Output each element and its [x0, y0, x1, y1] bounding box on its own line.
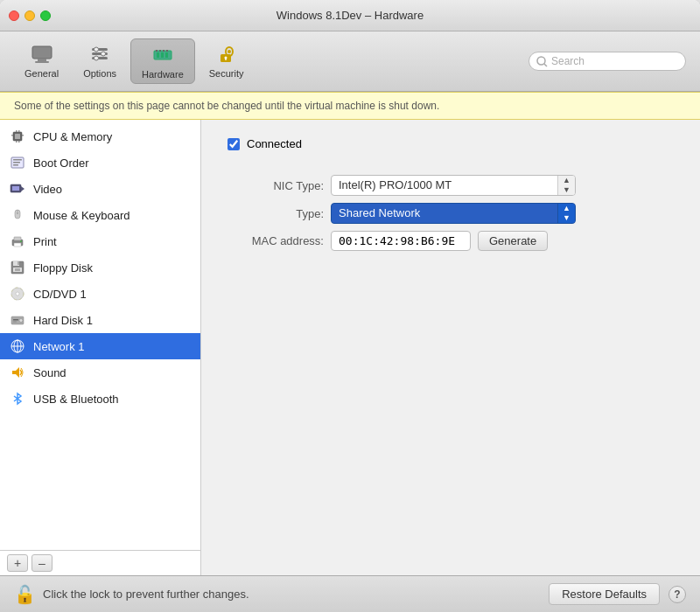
type-label: Type:: [228, 207, 324, 220]
svg-rect-0: [32, 46, 52, 59]
sidebar-item-floppy[interactable]: Floppy Disk: [0, 254, 200, 281]
help-button[interactable]: ?: [668, 586, 686, 603]
cddvd-icon: [9, 285, 26, 303]
bottom-bar: 🔓 Click the lock to prevent further chan…: [0, 575, 700, 612]
svg-rect-26: [11, 135, 13, 136]
add-item-button[interactable]: +: [7, 554, 28, 572]
close-button[interactable]: [9, 10, 19, 21]
mac-label: MAC address:: [228, 234, 324, 247]
network1-icon: [9, 337, 26, 355]
harddisk-icon: [9, 311, 26, 329]
sidebar-item-sound[interactable]: Sound: [0, 359, 200, 386]
sidebar-label-cpu-memory: CPU & Memory: [33, 130, 112, 143]
sidebar-item-print[interactable]: Print: [0, 228, 200, 254]
svg-rect-50: [15, 268, 20, 271]
sidebar-item-harddisk[interactable]: Hard Disk 1: [0, 307, 200, 333]
svg-rect-57: [13, 322, 17, 323]
mac-address-input[interactable]: [331, 231, 471, 251]
sidebar-item-network1[interactable]: Network 1: [0, 333, 200, 359]
svg-marker-63: [14, 393, 21, 404]
tab-security-label: Security: [209, 68, 244, 79]
svg-rect-27: [22, 135, 24, 136]
svg-rect-13: [156, 50, 158, 52]
sidebar-item-boot-order[interactable]: Boot Order: [0, 150, 200, 176]
mac-row: MAC address: Generate: [228, 231, 674, 251]
general-icon: [30, 42, 54, 66]
toolbar: General Options: [0, 31, 700, 92]
sidebar-item-usb-bluetooth[interactable]: USB & Bluetooth: [0, 386, 200, 412]
svg-point-55: [19, 319, 23, 323]
warning-text: Some of the settings on this page cannot…: [14, 100, 439, 112]
sidebar-list: CPU & Memory Boot Order: [0, 120, 200, 550]
type-up[interactable]: ▲: [558, 204, 575, 213]
minimize-button[interactable]: [24, 10, 35, 21]
tab-general[interactable]: General: [14, 38, 69, 84]
remove-item-button[interactable]: –: [32, 554, 52, 572]
svg-rect-2: [35, 61, 49, 63]
svg-line-23: [544, 64, 547, 66]
svg-point-8: [94, 56, 99, 60]
security-icon: [214, 42, 239, 66]
lock-area: 🔓 Click the lock to prevent further chan…: [14, 584, 249, 605]
svg-rect-16: [166, 50, 168, 52]
sidebar-label-network1: Network 1: [33, 340, 85, 353]
connected-row: Connected: [228, 137, 674, 150]
nic-type-select-wrapper: Intel(R) PRO/1000 MT ▲ ▼: [331, 175, 576, 196]
main-window: Windows 8.1Dev – Hardware General: [0, 0, 700, 612]
boot-order-icon: [9, 154, 26, 171]
sound-icon: [9, 364, 26, 381]
search-input[interactable]: [551, 55, 674, 67]
svg-rect-10: [157, 52, 159, 58]
svg-rect-56: [13, 319, 18, 321]
svg-rect-14: [159, 50, 161, 52]
svg-point-18: [228, 50, 231, 53]
tab-options-label: Options: [83, 68, 116, 79]
type-row: Type: Shared Network ▲ ▼: [228, 203, 674, 224]
svg-rect-1: [38, 59, 46, 61]
sidebar-label-usb-bluetooth: USB & Bluetooth: [33, 393, 119, 406]
tab-options[interactable]: Options: [73, 38, 127, 84]
svg-point-22: [537, 57, 545, 65]
maximize-button[interactable]: [40, 10, 51, 21]
connected-checkbox[interactable]: [228, 138, 240, 150]
nic-type-down[interactable]: ▼: [558, 185, 575, 195]
svg-rect-21: [225, 58, 227, 60]
svg-rect-28: [16, 130, 18, 132]
nic-type-up[interactable]: ▲: [558, 176, 575, 185]
connected-label[interactable]: Connected: [247, 137, 302, 150]
sidebar-item-mouse-keyboard[interactable]: Mouse & Keyboard: [0, 202, 200, 228]
tab-security[interactable]: Security: [199, 38, 255, 84]
svg-rect-35: [13, 164, 18, 166]
search-icon: [536, 56, 548, 67]
sidebar-item-video[interactable]: Video: [0, 176, 200, 202]
lock-text: Click the lock to prevent further change…: [43, 588, 249, 601]
generate-button[interactable]: Generate: [478, 231, 548, 251]
traffic-lights: [9, 10, 51, 21]
svg-rect-44: [14, 243, 21, 247]
svg-rect-29: [18, 130, 20, 132]
svg-rect-48: [18, 261, 19, 265]
titlebar: Windows 8.1Dev – Hardware: [0, 0, 700, 31]
lock-icon[interactable]: 🔓: [14, 584, 36, 605]
type-down[interactable]: ▼: [558, 213, 575, 223]
nic-type-label: NIC Type:: [228, 179, 324, 192]
cpu-memory-icon: [9, 128, 26, 145]
sidebar-label-cddvd: CD/DVD 1: [33, 288, 87, 301]
svg-rect-33: [13, 159, 22, 161]
sidebar-item-cddvd[interactable]: CD/DVD 1: [0, 281, 200, 307]
svg-point-41: [17, 212, 18, 214]
svg-rect-11: [161, 52, 164, 58]
type-value: Shared Network: [332, 204, 557, 223]
restore-defaults-button[interactable]: Restore Defaults: [549, 583, 660, 605]
svg-rect-25: [15, 134, 20, 139]
svg-rect-34: [13, 162, 20, 163]
sidebar-label-mouse-keyboard: Mouse & Keyboard: [33, 209, 130, 222]
svg-rect-15: [163, 50, 164, 52]
tab-hardware[interactable]: Hardware: [130, 38, 195, 84]
content-area: CPU & Memory Boot Order: [0, 120, 700, 575]
svg-point-45: [20, 240, 22, 242]
sidebar-label-sound: Sound: [33, 366, 66, 379]
svg-point-6: [94, 47, 99, 52]
warning-banner: Some of the settings on this page cannot…: [0, 92, 700, 120]
sidebar-item-cpu-memory[interactable]: CPU & Memory: [0, 123, 200, 150]
